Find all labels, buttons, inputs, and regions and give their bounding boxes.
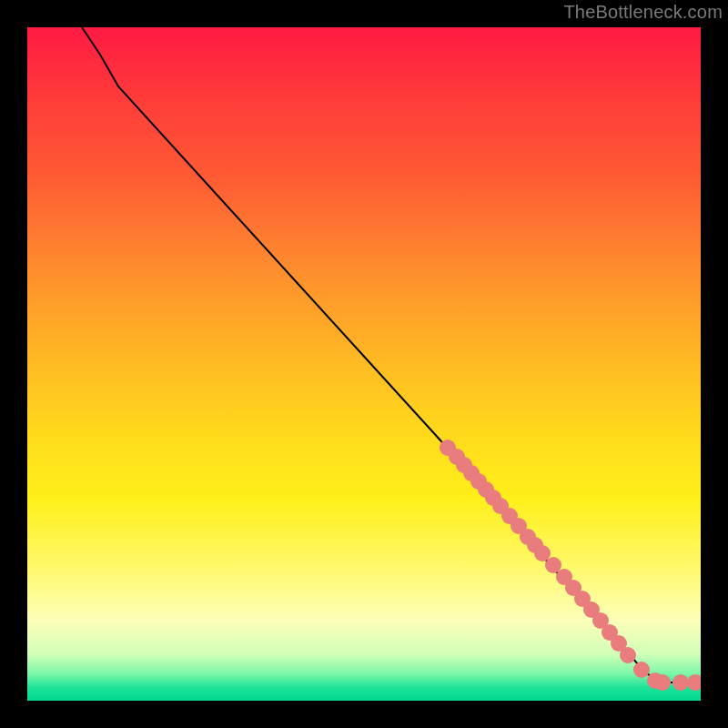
watermark-text: TheBottleneck.com: [563, 2, 723, 23]
chart-frame: TheBottleneck.com: [0, 0, 728, 728]
chart-svg: [27, 27, 701, 701]
chart-point: [672, 674, 689, 691]
chart-point: [687, 674, 701, 691]
chart-plot-area: [27, 27, 701, 701]
chart-point: [620, 647, 636, 663]
chart-point: [654, 674, 671, 691]
chart-curve: [82, 27, 701, 682]
chart-points: [440, 440, 701, 691]
chart-point: [633, 662, 650, 678]
